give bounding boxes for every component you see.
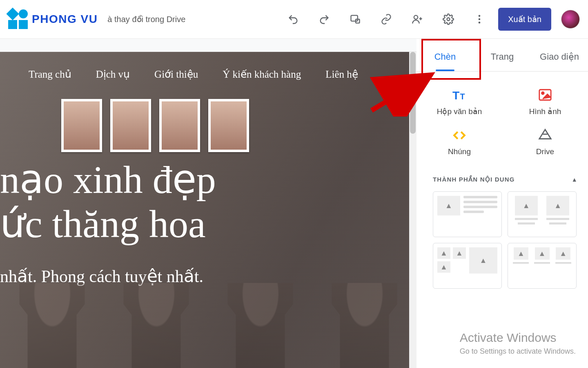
section-content-blocks: THÀNH PHẦN NỘI DUNG ▴ (416, 168, 588, 189)
more-button[interactable] (469, 9, 490, 30)
svg-point-3 (447, 18, 450, 21)
app-header: PHONG VU à thay đổi trong Drive Xuất bản (0, 0, 588, 39)
nav-home[interactable]: Trang chủ (29, 68, 71, 80)
ruler (0, 39, 416, 52)
tool-textbox[interactable]: TT Hộp văn bản (416, 84, 502, 120)
layout-grid-4[interactable]: ▲ ▲ ▲ ▲ (433, 243, 502, 289)
text-icon: TT (452, 88, 467, 102)
thumbnail-icon: ▲ (546, 196, 569, 215)
logo-text: PHONG VU (32, 13, 98, 26)
code-icon (452, 128, 467, 142)
publish-button[interactable]: Xuất bản (498, 8, 551, 31)
insert-tools: TT Hộp văn bản Hình ảnh Nhúng Drive (416, 72, 588, 168)
svg-text:T: T (460, 92, 465, 101)
tab-pages[interactable]: Trang (474, 52, 531, 71)
tool-label: Hình ảnh (529, 107, 561, 116)
thumbnail-icon: ▲ (437, 261, 450, 273)
thumbnail-icon: ▲ (469, 247, 497, 274)
canvas-preview[interactable]: Trang chủ Dịch vụ Giới thiệu Ý kiến khác… (0, 39, 416, 368)
canvas-scrollbar[interactable] (409, 52, 416, 368)
svg-point-2 (414, 16, 418, 19)
expand-icon[interactable]: ▴ (573, 176, 577, 183)
brand-logo: PHONG VU (8, 9, 98, 29)
svg-point-6 (479, 22, 481, 24)
drive-icon (537, 128, 553, 142)
layout-two-col[interactable]: ▲▲ (508, 191, 577, 237)
svg-text:T: T (452, 89, 459, 102)
hero-bg-chairs (0, 262, 416, 368)
hero-photos (61, 99, 249, 152)
thumbnail-icon: ▲ (437, 247, 450, 259)
image-icon (537, 88, 553, 102)
preview-button[interactable] (345, 9, 366, 30)
layout-image-text[interactable]: ▲ (433, 191, 502, 237)
nav-testimonials[interactable]: Ý kiến khách hàng (223, 68, 301, 80)
thumbnail-icon: ▲ (556, 247, 570, 260)
account-avatar[interactable] (561, 10, 580, 29)
thumbnail-icon: ▲ (437, 196, 460, 215)
tool-image[interactable]: Hình ảnh (502, 84, 588, 120)
svg-rect-0 (351, 16, 358, 21)
svg-point-5 (479, 18, 481, 20)
tool-label: Drive (536, 147, 554, 156)
tab-insert[interactable]: Chèn (416, 52, 474, 71)
hero-title[interactable]: nạo xinh đẹp ức thăng hoa (0, 158, 416, 246)
link-button[interactable] (376, 9, 397, 30)
undo-button[interactable] (283, 9, 304, 30)
layout-grid: ▲ ▲▲ ▲ ▲ ▲ ▲ ▲▲▲ (416, 189, 588, 289)
logo-icon (8, 9, 28, 29)
main-area: Trang chủ Dịch vụ Giới thiệu Ý kiến khác… (0, 39, 588, 368)
nav-services[interactable]: Dịch vụ (96, 68, 130, 80)
settings-button[interactable] (438, 9, 459, 30)
svg-point-4 (479, 15, 481, 17)
hero-section[interactable]: Trang chủ Dịch vụ Giới thiệu Ý kiến khác… (0, 52, 416, 368)
tab-themes[interactable]: Giao diện (531, 52, 588, 71)
save-status: à thay đổi trong Drive (107, 14, 185, 24)
redo-button[interactable] (314, 9, 335, 30)
thumbnail-icon: ▲ (453, 247, 466, 259)
nav-about[interactable]: Giới thiệu (154, 68, 198, 80)
layout-three-col[interactable]: ▲▲▲ (508, 243, 577, 289)
thumbnail-icon: ▲ (514, 247, 528, 260)
tool-embed[interactable]: Nhúng (416, 124, 502, 160)
sidebar-tabs: Chèn Trang Giao diện (416, 39, 588, 72)
share-button[interactable] (407, 9, 428, 30)
site-nav: Trang chủ Dịch vụ Giới thiệu Ý kiến khác… (0, 52, 416, 96)
thumbnail-icon: ▲ (535, 247, 550, 260)
right-sidebar: Chèn Trang Giao diện TT Hộp văn bản Hình… (416, 39, 588, 368)
nav-contact[interactable]: Liên hệ (325, 68, 358, 80)
tool-drive[interactable]: Drive (502, 124, 588, 160)
tool-label: Hộp văn bản (437, 107, 482, 116)
tool-label: Nhúng (448, 147, 471, 156)
thumbnail-icon: ▲ (515, 196, 538, 215)
svg-point-10 (542, 92, 544, 94)
